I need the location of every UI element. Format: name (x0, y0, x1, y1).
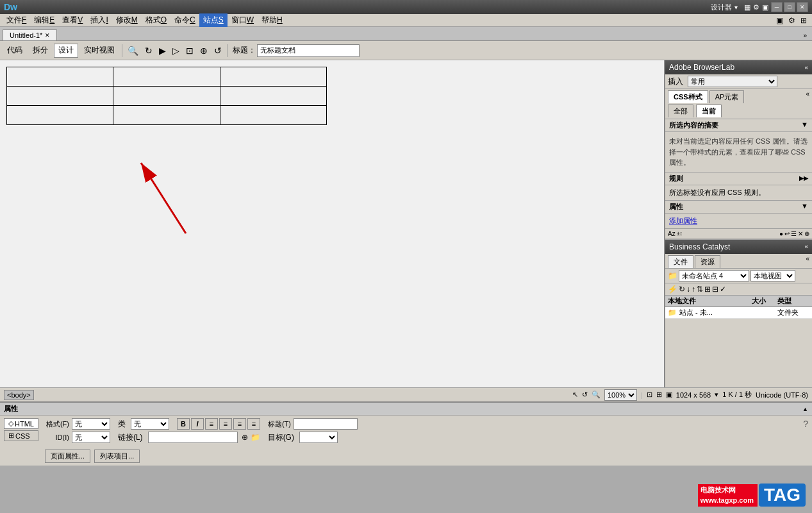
select-tool-icon[interactable]: ↖ (572, 391, 578, 399)
menu-file[interactable]: 文件F (3, 13, 30, 27)
insert-select[interactable]: 常用 (688, 76, 777, 87)
close-btn[interactable]: ✕ (797, 2, 808, 12)
id-select[interactable]: 无 (72, 432, 110, 443)
align-justify-btn[interactable]: ≡ (247, 418, 260, 430)
site-select[interactable]: 未命名站点 4 (679, 270, 749, 282)
document-table[interactable] (6, 67, 327, 125)
zoom-icon[interactable]: 🔍 (592, 391, 601, 399)
panel-collapse-icon[interactable]: « (804, 64, 808, 71)
menu-help[interactable]: 帮助H (258, 13, 286, 27)
document-area[interactable] (0, 60, 665, 387)
tab-files[interactable]: 文件 (668, 255, 693, 268)
minimize-btn[interactable]: ─ (771, 2, 783, 12)
css-tool-3[interactable]: ☰ (791, 230, 797, 237)
files-icon-check[interactable]: ✓ (720, 285, 726, 294)
panel-header-controls[interactable]: « (804, 64, 808, 71)
frame-icon-2[interactable]: ⊞ (656, 391, 662, 399)
table-cell[interactable] (7, 67, 113, 87)
table-cell[interactable] (113, 106, 220, 125)
css-panel-arrow[interactable]: « (806, 90, 809, 103)
live-view-btn[interactable]: 实时视图 (79, 44, 119, 58)
tab-assets[interactable]: 资源 (695, 255, 720, 268)
table-cell[interactable] (220, 67, 326, 87)
help-icon[interactable]: ? (803, 419, 808, 429)
bc-collapse[interactable]: « (804, 243, 808, 250)
menu-edit[interactable]: 编辑E (30, 13, 58, 27)
align-left-btn[interactable]: ≡ (205, 418, 218, 430)
files-row-site[interactable]: 📁 站点 - 未... 文件夹 (665, 307, 812, 319)
files-icon-conn[interactable]: ⚡ (668, 285, 677, 294)
title-input[interactable] (257, 44, 360, 57)
css-tool-5[interactable]: ⊕ (804, 230, 809, 237)
files-icon-refresh[interactable]: ↻ (679, 285, 685, 294)
menu-view[interactable]: 查看V (58, 13, 87, 27)
sort-icon[interactable]: Az (668, 230, 675, 237)
files-icon-download[interactable]: ↓ (686, 285, 690, 294)
toolbar-icon-search[interactable]: ⊕ (197, 46, 210, 56)
table-cell[interactable] (113, 87, 220, 106)
document-tab[interactable]: Untitled-1* ✕ (3, 29, 57, 40)
menu-site[interactable]: 站点S (199, 13, 228, 27)
add-attr-link[interactable]: 添加属性 (665, 214, 812, 228)
files-panel-arrow[interactable]: « (806, 255, 809, 268)
menu-window[interactable]: 窗口W (228, 13, 258, 27)
filter-current[interactable]: 当前 (696, 105, 722, 117)
align-right-btn[interactable]: ≡ (233, 418, 246, 430)
frame-icon-1[interactable]: ⊡ (647, 391, 652, 399)
menu-icon-2[interactable]: ⚙ (786, 15, 798, 26)
link-folder-icon[interactable]: 📁 (251, 433, 260, 442)
mode-dropdown-icon[interactable]: ▾ (734, 4, 738, 11)
table-cell[interactable] (220, 87, 326, 106)
toolbar-icon-inspect[interactable]: 🔍 (125, 46, 141, 56)
table-cell[interactable] (220, 106, 326, 125)
toolbar-icon-preview[interactable]: ▶ (156, 46, 169, 56)
bold-btn[interactable]: B (177, 418, 190, 430)
tab-ap-elements[interactable]: AP元素 (709, 90, 745, 103)
css-type-btn[interactable]: ⊞ CSS (4, 430, 38, 441)
table-cell[interactable] (7, 87, 113, 106)
files-icon-sync[interactable]: ⇅ (697, 285, 703, 294)
tab-css-styles[interactable]: CSS样式 (668, 90, 708, 103)
menu-icon-1[interactable]: ▣ (774, 15, 786, 26)
undo-icon[interactable]: ↺ (582, 391, 588, 399)
css-tool-2[interactable]: ↩ (784, 230, 790, 237)
design-btn[interactable]: 设计 (54, 44, 78, 58)
frame-icon-3[interactable]: ▣ (666, 391, 672, 399)
summary-collapse[interactable]: ▼ (801, 121, 808, 130)
tab-close-icon[interactable]: ✕ (45, 32, 50, 38)
split-btn[interactable]: 拆分 (28, 44, 53, 58)
italic-btn[interactable]: I (191, 418, 204, 430)
title-prop-input[interactable] (294, 418, 358, 430)
attr-collapse[interactable]: ▼ (801, 202, 808, 212)
list-items-btn[interactable]: 列表项目... (94, 450, 140, 463)
table-cell[interactable] (7, 106, 113, 125)
link-browse-icon[interactable]: ⊕ (242, 433, 248, 442)
html-type-btn[interactable]: ◇ HTML (4, 418, 38, 429)
target-select[interactable] (299, 432, 338, 443)
css-tool-4[interactable]: ✕ (798, 230, 803, 237)
files-icon-expand[interactable]: ⊞ (704, 285, 711, 294)
toolbar-icon-refresh[interactable]: ↻ (142, 46, 155, 56)
maximize-btn[interactable]: □ (784, 2, 795, 12)
window-controls[interactable]: ─ □ ✕ (771, 2, 808, 12)
table-cell[interactable] (113, 67, 220, 87)
menu-insert[interactable]: 插入I (87, 13, 112, 27)
sort-icon-2[interactable]: ±↕ (677, 230, 683, 237)
toolbar-icon-debug[interactable]: ▷ (170, 46, 182, 56)
toolbar-icon-box[interactable]: ⊡ (183, 46, 196, 56)
page-properties-btn[interactable]: 页面属性... (45, 450, 90, 463)
panel-icon-1[interactable]: ▦ (744, 3, 750, 12)
class-select[interactable]: 无 (131, 418, 169, 430)
zoom-select[interactable]: 100% (604, 389, 637, 401)
menu-modify[interactable]: 修改M (112, 13, 142, 27)
css-tool-1[interactable]: ● (779, 230, 783, 237)
panel-icon-2[interactable]: ⚙ (753, 3, 759, 12)
files-icon-upload[interactable]: ↑ (692, 285, 695, 294)
align-center-btn[interactable]: ≡ (219, 418, 232, 430)
link-input[interactable] (148, 432, 238, 443)
view-select[interactable]: 本地视图 (750, 270, 795, 282)
toolbar-icon-redo[interactable]: ↺ (211, 46, 224, 56)
menu-icon-3[interactable]: ⊞ (798, 15, 809, 26)
body-tag[interactable]: <body> (4, 390, 34, 400)
filter-all[interactable]: 全部 (668, 105, 693, 117)
